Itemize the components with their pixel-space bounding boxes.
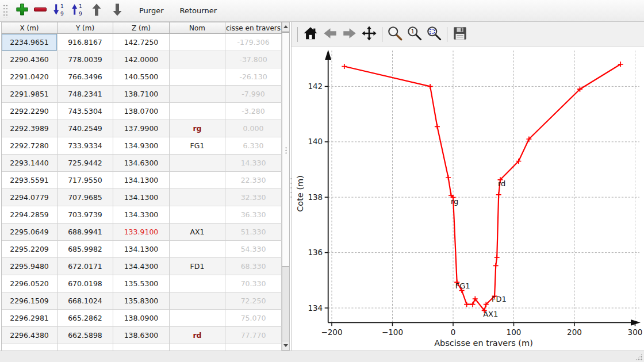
scroll-up-button[interactable] [282, 22, 289, 32]
cell-abscisse[interactable]: 70.330 [225, 275, 282, 292]
cell-y[interactable]: 665.2862 [57, 310, 113, 327]
cell-z[interactable]: 134.3300 [113, 206, 170, 224]
cell-nom[interactable] [170, 189, 225, 206]
cell-y[interactable]: 740.2549 [57, 120, 113, 137]
column-header-4[interactable]: cisse en travers [225, 22, 282, 34]
cell-y[interactable]: 670.0198 [57, 275, 113, 292]
cell-z[interactable]: 137.9900 [113, 120, 170, 137]
cell-abscisse[interactable]: 72.250 [225, 292, 282, 310]
zoom-button[interactable] [385, 24, 405, 45]
panel-splitter[interactable] [290, 176, 293, 199]
cell-x[interactable]: 2290.4360 [2, 51, 57, 68]
save-button[interactable] [450, 24, 470, 45]
column-header-1[interactable]: Y (m) [57, 22, 113, 34]
cell-y[interactable]: 688.9941 [57, 224, 113, 241]
cell-z[interactable]: 134.6300 [113, 155, 170, 172]
cell-abscisse[interactable]: -179.306 [225, 34, 282, 51]
move-up-button[interactable] [87, 2, 106, 20]
sort-ascending-button[interactable]: 1 9 [69, 2, 85, 20]
cell-abscisse[interactable]: 51.330 [225, 224, 282, 241]
table-scrollbar[interactable] [282, 22, 290, 351]
cell-y[interactable]: 766.3496 [57, 68, 113, 86]
cell-nom[interactable] [170, 344, 225, 351]
cell-x[interactable]: 2292.3989 [2, 120, 57, 137]
cell-y[interactable] [57, 344, 113, 351]
cell-nom[interactable] [170, 206, 225, 224]
sort-descending-button[interactable]: 1 9 [51, 2, 67, 20]
cell-abscisse[interactable]: -3.280 [225, 103, 282, 120]
cell-z[interactable]: 134.4300 [113, 258, 170, 275]
toolbar-grip[interactable] [3, 4, 8, 18]
cell-x[interactable]: 2295.2209 [2, 241, 57, 258]
scroll-down-button[interactable] [282, 341, 289, 350]
cell-abscisse[interactable]: -7.990 [225, 86, 282, 103]
cell-x[interactable]: 2292.7280 [2, 137, 57, 155]
cell-z[interactable]: 140.5500 [113, 68, 170, 86]
cell-y[interactable]: 668.1024 [57, 292, 113, 310]
retourner-button[interactable]: Retourner [174, 4, 223, 17]
cell-abscisse[interactable]: -26.130 [225, 68, 282, 86]
cell-z[interactable]: 138.0700 [113, 103, 170, 120]
cell-abscisse[interactable]: 36.330 [225, 206, 282, 224]
scrollbar-thumb[interactable] [282, 32, 289, 267]
column-header-3[interactable]: Nom [170, 22, 225, 34]
cell-abscisse[interactable]: 77.770 [225, 327, 282, 344]
cell-nom[interactable] [170, 86, 225, 103]
cell-x[interactable]: 2294.2859 [2, 206, 57, 224]
cell-x[interactable]: 2291.9851 [2, 86, 57, 103]
cell-z[interactable]: 134.1300 [113, 172, 170, 189]
cell-nom[interactable]: FG1 [170, 137, 225, 155]
cell-z[interactable]: 138.0900 [113, 310, 170, 327]
cell-abscisse[interactable] [225, 344, 282, 351]
cell-abscisse[interactable]: -37.800 [225, 51, 282, 68]
cell-x[interactable]: 2292.2290 [2, 103, 57, 120]
cell-x[interactable]: 2293.1440 [2, 155, 57, 172]
cell-abscisse[interactable]: 54.330 [225, 241, 282, 258]
forward-button[interactable] [340, 24, 359, 45]
cell-nom[interactable] [170, 310, 225, 327]
cell-x[interactable]: 2293.5591 [2, 172, 57, 189]
cell-y[interactable]: 703.9739 [57, 206, 113, 224]
cell-z[interactable] [113, 344, 170, 351]
purger-button[interactable]: Purger [133, 4, 170, 17]
remove-point-button[interactable] [32, 2, 48, 20]
resize-grip-icon[interactable] [635, 353, 643, 361]
cell-x[interactable]: 2295.9480 [2, 258, 57, 275]
cell-nom[interactable]: FD1 [170, 258, 225, 275]
add-point-button[interactable] [14, 2, 30, 20]
cell-y[interactable]: 707.9685 [57, 189, 113, 206]
pan-button[interactable] [359, 24, 379, 45]
cell-z[interactable]: 138.6300 [113, 327, 170, 344]
cell-nom[interactable] [170, 292, 225, 310]
back-button[interactable] [320, 24, 340, 45]
cell-abscisse[interactable]: 14.330 [225, 155, 282, 172]
column-header-0[interactable]: X (m) [2, 22, 57, 34]
cell-z[interactable]: 134.1300 [113, 241, 170, 258]
cell-y[interactable]: 672.0171 [57, 258, 113, 275]
cell-z[interactable]: 133.9100 [113, 224, 170, 241]
cell-x[interactable]: 2296.4380 [2, 327, 57, 344]
cell-abscisse[interactable]: 75.070 [225, 310, 282, 327]
zoom-rect-button[interactable] [424, 24, 444, 45]
cell-nom[interactable] [170, 155, 225, 172]
cell-y[interactable]: 916.8167 [57, 34, 113, 51]
cell-abscisse[interactable]: 22.330 [225, 172, 282, 189]
cell-y[interactable]: 748.2341 [57, 86, 113, 103]
cell-nom[interactable] [170, 275, 225, 292]
profile-chart-canvas[interactable]: −200−1000100200300134136138140142Absciss… [292, 47, 644, 350]
cell-x[interactable]: 2234.9651 [2, 34, 57, 51]
cell-abscisse[interactable]: 68.330 [225, 258, 282, 275]
cell-nom[interactable]: rd [170, 327, 225, 344]
cell-nom[interactable]: AX1 [170, 224, 225, 241]
cell-abscisse[interactable]: 32.330 [225, 189, 282, 206]
cell-x[interactable] [2, 344, 57, 351]
cell-z[interactable]: 142.0000 [113, 51, 170, 68]
cell-z[interactable]: 138.7100 [113, 86, 170, 103]
cell-y[interactable]: 743.5304 [57, 103, 113, 120]
zoom-original-button[interactable]: 1 [405, 24, 424, 45]
cell-z[interactable]: 134.1300 [113, 189, 170, 206]
cell-nom[interactable] [170, 51, 225, 68]
cell-y[interactable]: 685.9982 [57, 241, 113, 258]
cell-x[interactable]: 2296.2981 [2, 310, 57, 327]
cell-nom[interactable] [170, 172, 225, 189]
